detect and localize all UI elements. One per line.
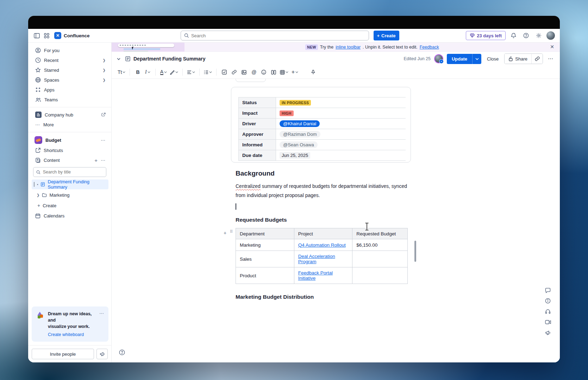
feedback-link[interactable]: Feedback	[420, 45, 439, 50]
close-button[interactable]: Close	[485, 55, 501, 63]
cell-budget[interactable]	[352, 267, 408, 284]
alignment-button[interactable]	[186, 68, 196, 77]
document-body[interactable]: Background Centralized summary of reques…	[236, 170, 433, 300]
promo-more-icon[interactable]: ⋯	[99, 311, 104, 316]
sidebar-item-shortcuts[interactable]: Shortcuts	[30, 146, 109, 154]
italic-button[interactable]: I	[143, 68, 152, 77]
user-avatar[interactable]	[546, 31, 555, 40]
chevron-right-icon[interactable]: ❯	[37, 193, 39, 197]
edited-status[interactable]: Edited Jun 25	[404, 56, 431, 61]
space-header-budget[interactable]: Budget ⋯	[30, 135, 109, 145]
megaphone-icon[interactable]	[543, 328, 553, 337]
table-row[interactable]: Sales Deal Acceleration Program	[236, 251, 408, 267]
mention-khairul-danial[interactable]: @Khairul Danial	[280, 120, 320, 127]
confluence-logo[interactable]: ✕ Confluence	[54, 32, 90, 39]
image-button[interactable]	[239, 68, 249, 77]
collapse-chevron-icon[interactable]	[115, 55, 122, 62]
property-row[interactable]: Informed @Sean Osawa	[239, 140, 406, 150]
project-link[interactable]: Deal Acceleration Program	[298, 254, 335, 264]
tree-item-create[interactable]: + Create	[32, 201, 108, 210]
highlight-button[interactable]	[169, 68, 179, 77]
search-input[interactable]	[191, 33, 365, 38]
task-button[interactable]	[220, 68, 229, 77]
sidebar-item-recent[interactable]: Recent ❯	[30, 56, 109, 64]
cell-budget[interactable]	[352, 251, 408, 267]
text-styles-button[interactable]: Tt	[117, 68, 126, 77]
mention-sean-osawa[interactable]: @Sean Osawa	[280, 141, 318, 148]
mention-raziman-dom[interactable]: @Raziman Dom	[280, 131, 320, 138]
update-button[interactable]: Update	[447, 54, 472, 64]
sidebar-item-more[interactable]: ⋯ More	[30, 120, 109, 129]
create-whiteboard-link[interactable]: Create whiteboard	[48, 332, 84, 337]
cell-department[interactable]: Sales	[236, 251, 294, 267]
collaborator-avatar[interactable]	[434, 54, 443, 63]
editor-canvas[interactable]: Status IN PROGRESS Impact HIGH Driver @K…	[112, 79, 560, 362]
column-header[interactable]: Requested Budget	[352, 228, 408, 239]
property-row[interactable]: Impact HIGH	[239, 108, 406, 119]
cell-department[interactable]: Product	[236, 267, 294, 284]
content-search-input[interactable]	[43, 170, 103, 175]
property-row[interactable]: Status IN PROGRESS	[239, 97, 406, 108]
due-date-lozenge[interactable]: Jun 25, 2025	[280, 152, 310, 159]
pin-toolbar-icon[interactable]	[308, 68, 318, 77]
table-add-icon[interactable]: +	[224, 230, 226, 236]
sidebar-item-for-you[interactable]: For you	[30, 46, 109, 55]
link-button[interactable]	[230, 68, 239, 77]
sidebar-item-apps[interactable]: Apps	[30, 86, 109, 94]
sidebar-item-starred[interactable]: Starred ❯	[30, 66, 109, 74]
layouts-button[interactable]	[269, 68, 278, 77]
share-button[interactable]: Share	[505, 54, 531, 64]
cell-budget[interactable]: $6,150.00	[352, 239, 408, 251]
table-drag-handle-icon[interactable]: ⠿	[230, 230, 232, 233]
page-properties-panel[interactable]: Status IN PROGRESS Impact HIGH Driver @K…	[231, 87, 411, 163]
help-icon[interactable]	[521, 31, 531, 40]
create-button[interactable]: + Create	[374, 31, 399, 40]
inline-toolbar-link[interactable]: inline toolbar	[336, 45, 361, 50]
table-row[interactable]: Marketing Q4 Automation Rollout $6,150.0…	[236, 239, 408, 251]
notifications-bell-icon[interactable]	[508, 31, 518, 40]
insert-button[interactable]: +	[290, 68, 299, 77]
feedback-megaphone-icon[interactable]	[96, 349, 108, 359]
global-search[interactable]	[181, 31, 369, 40]
background-paragraph[interactable]: Centralized summary of requested budgets…	[236, 182, 412, 200]
app-switcher-icon[interactable]	[42, 31, 51, 40]
impact-badge-high[interactable]: HIGH	[280, 110, 294, 116]
page-more-icon[interactable]: ⋯	[546, 55, 555, 63]
banner-close-icon[interactable]: ✕	[550, 44, 554, 50]
sidebar-toggle-icon[interactable]	[32, 31, 42, 40]
property-row[interactable]: Approver @Raziman Dom	[239, 129, 406, 140]
sidebar-item-content[interactable]: Content + ⋯	[30, 156, 109, 164]
add-content-icon[interactable]: +	[94, 157, 98, 163]
text-color-button[interactable]: A	[159, 68, 168, 77]
cell-department[interactable]: Marketing	[236, 239, 294, 251]
headset-icon[interactable]	[543, 307, 553, 316]
lists-button[interactable]	[203, 68, 213, 77]
invite-people-button[interactable]: Invite people	[32, 349, 94, 359]
macro-control-cutoff[interactable]	[236, 79, 266, 82]
update-dropdown-icon[interactable]	[472, 54, 481, 64]
content-more-icon[interactable]: ⋯	[101, 158, 106, 163]
settings-gear-icon[interactable]	[534, 31, 544, 40]
status-badge-in-progress[interactable]: IN PROGRESS	[280, 100, 311, 106]
comment-icon[interactable]	[543, 286, 553, 295]
editor-help-icon[interactable]	[117, 348, 126, 357]
mention-button[interactable]: @	[249, 68, 258, 77]
sidebar-item-calendars[interactable]: Calendars	[30, 211, 109, 220]
property-row[interactable]: Driver @Khairul Danial	[239, 119, 406, 129]
bold-button[interactable]: B	[133, 68, 142, 77]
column-header[interactable]: Department	[236, 228, 294, 239]
content-search[interactable]	[33, 167, 106, 177]
empty-paragraph[interactable]	[236, 202, 433, 211]
table-scrollbar[interactable]	[414, 241, 416, 262]
tree-item-department-funding-summary[interactable]: • Department Funding Summary	[32, 179, 108, 189]
video-icon[interactable]	[543, 317, 553, 327]
table-row[interactable]: Product Feedback Portal Initiative	[236, 267, 408, 284]
info-icon[interactable]	[543, 296, 553, 305]
sidebar-item-spaces[interactable]: Spaces ❯	[30, 76, 109, 84]
budgets-header-row[interactable]: Department Project Requested Budget	[236, 228, 408, 239]
sidebar-item-company-hub[interactable]: Company hub	[30, 110, 109, 119]
property-row[interactable]: Due date Jun 25, 2025	[239, 150, 406, 161]
copy-link-icon[interactable]	[531, 54, 543, 64]
project-link[interactable]: Q4 Automation Rollout	[298, 242, 346, 248]
trial-badge[interactable]: 23 days left	[466, 31, 506, 40]
